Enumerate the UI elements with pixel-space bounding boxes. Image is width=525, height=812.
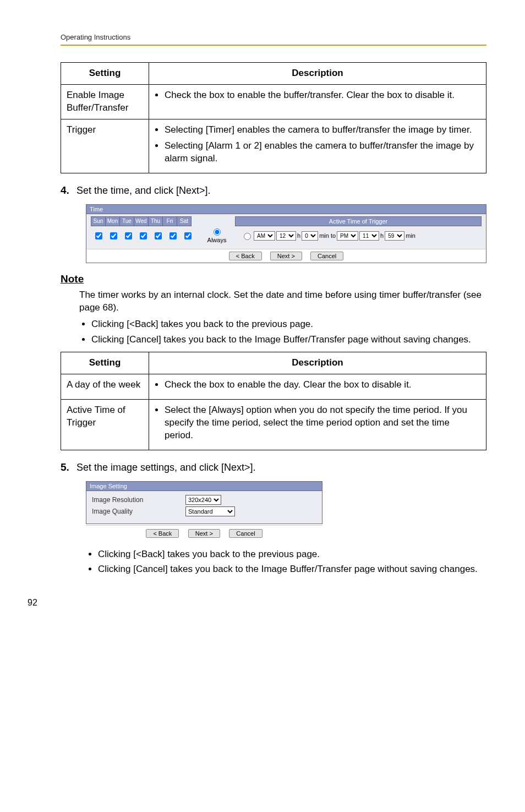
select-ampm-start[interactable]: AM [254, 231, 275, 241]
t2-r0-b0: Check the box to enable the day. Clear t… [165, 379, 480, 391]
range-h-sep-2: h [380, 232, 384, 239]
image-resolution-select[interactable]: 320x240 [185, 495, 221, 505]
day-header-wed: Wed [134, 216, 149, 226]
t1-r1-setting: Trigger [61, 119, 149, 173]
image-setting-panel: Image Setting Image Resolution 320x240 I… [86, 481, 322, 524]
step-4-text: Set the time, and click [Next>]. [76, 185, 211, 196]
table-row: A day of the week Check the box to enabl… [61, 374, 486, 399]
day-header-fri: Fri [162, 216, 177, 226]
step-5: 5. Set the image settings, and click [Ne… [61, 461, 486, 473]
t1-r0-b0: Check the box to enable the buffer/trans… [165, 89, 480, 102]
time-back-button[interactable]: < Back [229, 252, 262, 260]
time-panel: Time Sun Mon Tue Wed Thu Fri Sat Active … [86, 204, 486, 263]
range-min-to: min to [319, 232, 336, 239]
t1-r1-b1: Selecting [Alarm 1 or 2] enables the cam… [165, 140, 480, 165]
day-header-sat: Sat [177, 216, 192, 226]
page-number: 92 [28, 598, 486, 608]
active-time-header: Active Time of Trigger [235, 216, 482, 226]
step-4: 4. Set the time, and click [Next>]. [61, 184, 486, 197]
step-5-num: 5. [61, 461, 69, 473]
image-next-button[interactable]: Next > [188, 529, 220, 538]
radio-always[interactable] [214, 228, 221, 236]
select-min-end[interactable]: 59 [385, 231, 404, 241]
select-min-start[interactable]: 0 [302, 231, 318, 241]
header-rule [61, 45, 486, 46]
chk-wed[interactable] [140, 232, 147, 239]
time-next-button[interactable]: Next > [270, 252, 302, 260]
chk-sun[interactable] [95, 232, 102, 239]
step-5-text: Set the image settings, and click [Next>… [76, 462, 256, 473]
range-min-suffix: min [406, 232, 415, 239]
image-cancel-button[interactable]: Cancel [229, 529, 262, 538]
image-quality-label: Image Quality [92, 508, 185, 515]
chk-mon[interactable] [110, 232, 117, 239]
always-label: Always [207, 237, 227, 243]
time-panel-title: Time [86, 205, 486, 214]
t2-r1-setting: Active Time of Trigger [61, 399, 149, 450]
select-ampm-end[interactable]: PM [337, 231, 358, 241]
image-back-button[interactable]: < Back [146, 529, 179, 538]
note-heading: Note [61, 273, 486, 285]
day-header-mon: Mon [105, 216, 120, 226]
post-bullet-0: Clicking [<Back] takes you back to the p… [98, 548, 486, 561]
note-bullet-0: Clicking [<Back] takes you back to the p… [91, 318, 486, 331]
t1-head-desc: Description [149, 63, 486, 85]
time-cancel-button[interactable]: Cancel [310, 252, 343, 260]
t1-r0-setting: Enable Image Buffer/Transfer [61, 84, 149, 119]
t2-head-setting: Setting [61, 352, 149, 374]
note-bullet-1: Clicking [Cancel] takes you back to the … [91, 333, 486, 346]
table-row: Active Time of Trigger Select the [Alway… [61, 399, 486, 450]
t1-r1-b0: Selecting [Timer] enables the camera to … [165, 124, 480, 137]
running-header: Operating Instructions [61, 33, 486, 41]
day-header-tue: Tue [119, 216, 134, 226]
t1-head-setting: Setting [61, 63, 149, 85]
image-quality-select[interactable]: Standard [185, 506, 235, 516]
image-resolution-label: Image Resolution [92, 496, 185, 504]
radio-range[interactable] [244, 233, 251, 240]
table-row: Trigger Selecting [Timer] enables the ca… [61, 119, 486, 173]
day-header-thu: Thu [148, 216, 163, 226]
day-header-sun: Sun [91, 216, 106, 226]
chk-tue[interactable] [125, 232, 132, 239]
select-hour-end[interactable]: 11 [359, 231, 379, 241]
post-bullet-1: Clicking [Cancel] takes you back to the … [98, 563, 486, 576]
select-hour-start[interactable]: 12 [276, 231, 296, 241]
t2-r1-b0: Select the [Always] option when you do n… [165, 404, 480, 442]
note-paragraph: The timer works by an internal clock. Se… [79, 288, 486, 315]
chk-sat[interactable] [184, 232, 192, 239]
settings-table-1: Setting Description Enable Image Buffer/… [61, 62, 486, 173]
t2-head-desc: Description [149, 352, 486, 374]
settings-table-2: Setting Description A day of the week Ch… [61, 352, 486, 450]
chk-thu[interactable] [155, 232, 162, 239]
chk-fri[interactable] [169, 232, 177, 239]
image-setting-title: Image Setting [86, 482, 322, 491]
step-4-num: 4. [61, 184, 69, 196]
t2-r0-setting: A day of the week [61, 374, 149, 399]
range-h-sep-1: h [297, 232, 300, 239]
table-row: Enable Image Buffer/Transfer Check the b… [61, 84, 486, 119]
